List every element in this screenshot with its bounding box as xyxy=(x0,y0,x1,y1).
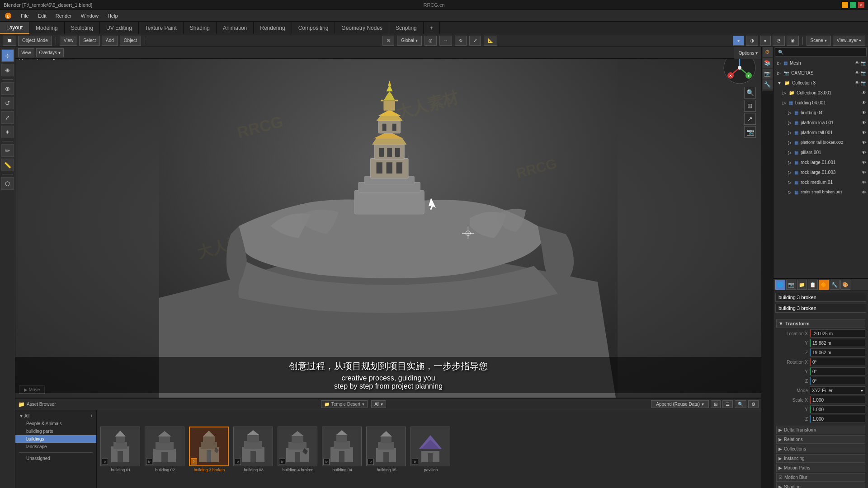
tab-modeling[interactable]: Modeling xyxy=(29,22,65,34)
view-layer-icon[interactable]: 📋 xyxy=(808,280,818,290)
append-reuse-btn[interactable]: Append (Reuse Data) ▾ xyxy=(651,400,709,408)
move-tool-btn[interactable]: ↔ xyxy=(439,36,452,46)
transform-tool-btn[interactable]: ✦ xyxy=(1,126,14,138)
orbit-btn[interactable]: ↗ xyxy=(744,113,756,125)
outliner-collection-03-001[interactable]: ▷ 📁 Collection 03.001 👁 xyxy=(774,88,868,98)
instancing-section[interactable]: ▶ Instancing xyxy=(776,454,865,463)
tab-rendering[interactable]: Rendering xyxy=(254,22,292,34)
cameras-vis-cam[interactable]: 📷 xyxy=(861,70,866,75)
close-button[interactable]: ✕ xyxy=(858,2,864,8)
rot-x-value[interactable]: 0° xyxy=(810,358,865,366)
asset-pavilion[interactable]: ▷ pavilion xyxy=(410,427,451,472)
tab-animation[interactable]: Animation xyxy=(217,22,254,34)
filter-all-btn[interactable]: All ▾ xyxy=(371,400,386,408)
collections-section[interactable]: ▶ Collections xyxy=(776,445,865,453)
solid-btn[interactable]: ● xyxy=(760,36,771,46)
tab-texture-paint[interactable]: Texture Paint xyxy=(139,22,184,34)
tab-shading[interactable]: Shading xyxy=(184,22,217,34)
tab-add[interactable]: + xyxy=(424,22,440,34)
loc-z-value[interactable]: 19.062 m xyxy=(810,348,865,357)
mesh-vis-eye[interactable]: 👁 xyxy=(855,61,859,66)
outliner-rock-large-003[interactable]: ▷ ▦ rock large.01.003 👁 xyxy=(774,167,868,177)
outliner-mesh[interactable]: ▷ ▦ Mesh 👁 📷 xyxy=(774,58,868,68)
ptall-vis-eye[interactable]: 👁 xyxy=(862,130,866,135)
add-primitive-btn[interactable]: ⬡ xyxy=(1,177,14,190)
zoom-in-btn[interactable]: 🔍 xyxy=(744,87,756,99)
select-tool-btn[interactable]: ⊹ xyxy=(1,49,14,62)
menu-file[interactable]: File xyxy=(16,10,33,21)
vp-overlays-btn[interactable]: Overlays ▾ xyxy=(36,48,64,57)
loc-x-value[interactable]: -20.025 m xyxy=(810,329,865,338)
tab-sculpting[interactable]: Sculpting xyxy=(65,22,100,34)
b04001-vis-eye[interactable]: 👁 xyxy=(862,100,866,105)
object-mode-btn[interactable]: Object Mode xyxy=(18,36,52,46)
tab-uv-editing[interactable]: UV Editing xyxy=(100,22,139,34)
mode-dropdown[interactable]: XYZ Euler ▾ xyxy=(810,386,865,394)
overlay-btn[interactable]: ● xyxy=(733,36,744,46)
material-icon[interactable]: 🎨 xyxy=(840,280,850,290)
view-menu-btn[interactable]: View xyxy=(60,36,78,46)
render-btn[interactable]: ◉ xyxy=(787,36,799,46)
tab-compositing[interactable]: Compositing xyxy=(292,22,335,34)
plow-vis-eye[interactable]: 👁 xyxy=(862,120,866,125)
transform-header[interactable]: ▼ Transform xyxy=(776,319,865,328)
relations-section[interactable]: ▶ Relations xyxy=(776,435,865,444)
outliner-platform-tall-broken[interactable]: ▷ ▦ platform tall broken.002 👁 xyxy=(774,137,868,147)
asset-building-01[interactable]: ▷ building 01 xyxy=(100,427,141,472)
proportional-btn[interactable]: ◎ xyxy=(425,36,437,46)
object-props-icon[interactable]: 🔶 xyxy=(819,280,829,290)
add-menu-btn[interactable]: Add xyxy=(102,36,118,46)
rot-y-value[interactable]: 0° xyxy=(810,367,865,375)
scale-tool-btn[interactable]: ⤢ xyxy=(1,111,14,124)
scene-props-icon[interactable]: 🌐 xyxy=(775,280,785,290)
ptallb-vis-eye[interactable]: 👁 xyxy=(862,140,866,145)
outliner-platform-low[interactable]: ▷ ▦ platform low.001 👁 xyxy=(774,117,868,127)
rotate-tool-btn[interactable]: ↺ xyxy=(1,97,14,109)
b04-vis-eye[interactable]: 👁 xyxy=(862,110,866,115)
temple-desert-btn[interactable]: 📁 Temple Desert ▾ xyxy=(321,400,368,408)
pillars-vis-eye[interactable]: 👁 xyxy=(862,150,866,155)
maximize-button[interactable]: □ xyxy=(850,2,856,8)
add-category-btn[interactable]: + xyxy=(90,413,93,418)
outliner-stairs-broken[interactable]: ▷ ▦ stairs small broken.001 👁 xyxy=(774,187,868,197)
shading-section[interactable]: ▶ Shading xyxy=(776,483,865,488)
outliner-building-04[interactable]: ▷ ▦ building 04 👁 xyxy=(774,108,868,117)
stairs-vis-eye[interactable]: 👁 xyxy=(862,190,866,195)
asset-library-icon[interactable]: 📚 xyxy=(763,58,773,68)
outliner-rock-medium[interactable]: ▷ ▦ rock medium.01 👁 xyxy=(774,177,868,187)
motion-paths-section[interactable]: ▶ Motion Paths xyxy=(776,464,865,472)
scale-x-value[interactable]: 1.000 xyxy=(810,396,865,404)
rl003-vis-eye[interactable]: 👁 xyxy=(862,170,866,175)
motion-blur-section[interactable]: ☑ Motion Blur xyxy=(776,473,865,482)
rl001-vis-eye[interactable]: 👁 xyxy=(862,160,866,165)
asset-building-3-broken[interactable]: ▷ building 3 broken xyxy=(189,427,230,472)
asset-building-05[interactable]: ▷ building 05 xyxy=(366,427,407,472)
outliner-collection-3[interactable]: ▼ 📁 Collection 3 👁 📷 xyxy=(774,78,868,88)
cursor-tool-btn[interactable]: ⊕ xyxy=(1,64,14,76)
menu-blender[interactable]: B xyxy=(0,10,16,21)
snap-btn[interactable]: ⊙ xyxy=(382,36,394,46)
asset-search-btn[interactable]: 🔍 xyxy=(735,400,746,408)
asset-building-03[interactable]: ▷ building 03 xyxy=(233,427,274,472)
mesh-vis-cam[interactable]: 📷 xyxy=(861,61,866,66)
viewport-icon-btn[interactable]: 🔲 xyxy=(3,36,16,46)
menu-render[interactable]: Render xyxy=(51,10,76,21)
render-result-icon[interactable]: 📷 xyxy=(763,69,773,79)
zoom-fit-btn[interactable]: ⊞ xyxy=(744,100,756,112)
minimize-button[interactable]: ─ xyxy=(842,2,848,8)
modifier-icon[interactable]: 🔧 xyxy=(830,280,840,290)
scene-dropdown-btn[interactable]: Scene ▾ xyxy=(807,36,831,46)
tab-layout[interactable]: Layout xyxy=(0,22,29,34)
outliner-pillars[interactable]: ▷ ▦ pillars.001 👁 xyxy=(774,147,868,157)
menu-help[interactable]: Help xyxy=(103,10,123,21)
camera-view-btn[interactable]: 📷 xyxy=(744,126,756,138)
transform-space-btn[interactable]: Global ▾ xyxy=(397,36,422,46)
cat-landscape[interactable]: landscape xyxy=(15,443,96,450)
cat-people-animals[interactable]: People & Animals xyxy=(15,420,96,427)
asset-building-04[interactable]: ▷ building 04 xyxy=(322,427,363,472)
select-menu-btn[interactable]: Select xyxy=(79,36,100,46)
tab-geometry-nodes[interactable]: Geometry Nodes xyxy=(335,22,389,34)
cat-buildings[interactable]: buildings xyxy=(15,435,96,443)
loc-y-value[interactable]: 15.882 m xyxy=(810,339,865,347)
measure-btn[interactable]: 📏 xyxy=(1,159,14,171)
